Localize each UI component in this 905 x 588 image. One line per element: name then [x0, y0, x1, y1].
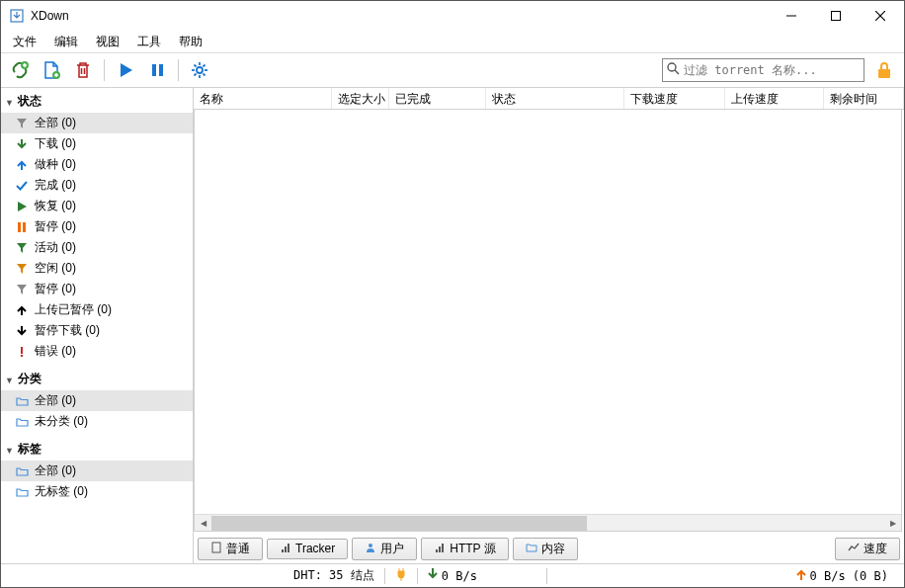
tab-speed[interactable]: 速度	[835, 538, 900, 560]
sidebar-header-category[interactable]: 分类	[1, 368, 193, 390]
svg-line-19	[675, 70, 679, 74]
svg-point-9	[197, 67, 203, 73]
filter-green-icon	[15, 241, 29, 255]
resume-button[interactable]	[113, 57, 138, 83]
tab-http[interactable]: HTTP 源	[421, 538, 508, 560]
column-name[interactable]: 名称	[194, 88, 332, 109]
lock-button[interactable]	[870, 57, 898, 83]
sidebar: 状态 全部 (0)下载 (0)做种 (0)完成 (0)恢复 (0)暂停 (0)活…	[1, 88, 194, 563]
sidebar-item-category[interactable]: 未分类 (0)	[1, 411, 193, 432]
settings-button[interactable]	[187, 57, 212, 83]
sidebar-item-status[interactable]: 做种 (0)	[1, 154, 193, 175]
tab-tracker[interactable]: Tracker	[267, 539, 348, 559]
svg-rect-27	[285, 546, 287, 552]
sidebar-item-status[interactable]: 下载 (0)	[1, 133, 193, 154]
menu-edit[interactable]: 编辑	[46, 32, 86, 52]
sidebar-item-label: 全部 (0)	[35, 393, 76, 408]
maximize-button[interactable]	[813, 2, 858, 30]
column-dlspeed[interactable]: 下载速度	[624, 88, 725, 109]
sidebar-item-label: 下载 (0)	[35, 136, 76, 151]
table-header: 名称 选定大小 已完成 状态 下载速度 上传速度 剩余时间	[194, 88, 904, 110]
tab-content[interactable]: 内容	[513, 538, 578, 560]
column-upspeed[interactable]: 上传速度	[725, 88, 824, 109]
sidebar-item-category[interactable]: 全部 (0)	[1, 390, 193, 411]
sidebar-item-label: 全部 (0)	[35, 116, 76, 130]
horizontal-scrollbar[interactable]: ◀ ▶	[195, 514, 901, 531]
torrent-list[interactable]: ◀ ▶	[194, 110, 902, 532]
menu-tools[interactable]: 工具	[129, 32, 169, 52]
window-title: XDown	[31, 9, 769, 23]
scroll-left-icon[interactable]: ◀	[195, 515, 211, 531]
search-box[interactable]	[662, 58, 864, 82]
sidebar-item-label: 暂停下载 (0)	[35, 323, 100, 338]
arrow-down-black-icon	[15, 324, 29, 338]
sidebar-item-status[interactable]: 全部 (0)	[1, 113, 193, 133]
sidebar-item-status[interactable]: 上传已暂停 (0)	[1, 299, 193, 320]
sidebar-item-label: 做种 (0)	[35, 157, 76, 172]
svg-point-18	[668, 63, 676, 71]
folder-icon	[15, 485, 29, 499]
sidebar-item-status[interactable]: 错误 (0)	[1, 341, 193, 362]
svg-rect-24	[21, 355, 23, 357]
sidebar-item-status[interactable]: 暂停 (0)	[1, 216, 193, 237]
sidebar-item-label: 活动 (0)	[35, 240, 76, 255]
column-status[interactable]: 状态	[486, 88, 624, 109]
status-download-speed[interactable]: 0 B/s	[418, 568, 546, 583]
menu-view[interactable]: 视图	[88, 32, 127, 52]
svg-rect-7	[152, 64, 156, 76]
sidebar-item-tag[interactable]: 无标签 (0)	[1, 481, 193, 502]
pause-button[interactable]	[144, 57, 170, 83]
column-size[interactable]: 选定大小	[332, 88, 389, 109]
sidebar-item-status[interactable]: 暂停下载 (0)	[1, 320, 193, 341]
sidebar-item-label: 错误 (0)	[35, 344, 76, 359]
sidebar-item-status[interactable]: 完成 (0)	[1, 175, 193, 196]
menu-file[interactable]: 文件	[5, 32, 44, 52]
chevron-down-icon	[5, 95, 14, 109]
arrow-up-black-icon	[15, 303, 29, 317]
add-torrent-button[interactable]	[39, 57, 64, 83]
arrow-up-icon	[796, 568, 806, 583]
svg-rect-2	[831, 12, 840, 21]
status-upload-speed[interactable]: 0 B/s (0 B)	[786, 568, 898, 583]
sidebar-item-status[interactable]: 恢复 (0)	[1, 196, 193, 216]
filter-gray-icon	[15, 117, 29, 130]
svg-rect-8	[159, 64, 163, 76]
sidebar-item-status[interactable]: 活动 (0)	[1, 237, 193, 258]
minimize-button[interactable]	[769, 2, 813, 30]
sidebar-item-label: 全部 (0)	[35, 463, 76, 478]
tab-general[interactable]: 普通	[198, 538, 263, 560]
svg-rect-28	[288, 544, 289, 552]
svg-rect-26	[282, 549, 284, 552]
svg-rect-25	[212, 543, 220, 552]
menu-help[interactable]: 帮助	[171, 32, 210, 52]
sidebar-item-tag[interactable]: 全部 (0)	[1, 461, 193, 481]
svg-rect-22	[23, 222, 26, 232]
add-link-button[interactable]	[7, 57, 33, 83]
sidebar-header-tag[interactable]: 标签	[1, 438, 193, 461]
status-firewall[interactable]	[385, 567, 417, 584]
svg-rect-30	[436, 549, 438, 552]
sidebar-item-label: 暂停 (0)	[35, 282, 76, 296]
excl-red-icon	[15, 345, 29, 359]
filter-orange-icon	[15, 262, 29, 276]
sidebar-header-status[interactable]: 状态	[1, 90, 193, 113]
svg-line-14	[195, 65, 197, 67]
column-done[interactable]: 已完成	[389, 88, 486, 109]
scroll-right-icon[interactable]: ▶	[884, 515, 901, 531]
speed-icon	[848, 542, 860, 556]
column-eta[interactable]: 剩余时间	[824, 88, 904, 109]
sidebar-item-status[interactable]: 暂停 (0)	[1, 279, 193, 299]
svg-line-15	[204, 74, 206, 76]
sidebar-item-label: 恢复 (0)	[35, 199, 76, 213]
tab-peers[interactable]: 用户	[352, 538, 417, 560]
sidebar-item-label: 空闲 (0)	[35, 261, 76, 276]
sidebar-item-status[interactable]: 空闲 (0)	[1, 258, 193, 279]
scrollbar-thumb[interactable]	[211, 516, 587, 531]
svg-point-29	[369, 544, 372, 547]
folder-icon	[526, 542, 537, 556]
delete-button[interactable]	[70, 57, 96, 83]
http-icon	[434, 542, 446, 556]
close-button[interactable]	[858, 2, 902, 30]
status-dht[interactable]: DHT: 35 结点	[284, 567, 384, 584]
search-input[interactable]	[684, 63, 860, 77]
